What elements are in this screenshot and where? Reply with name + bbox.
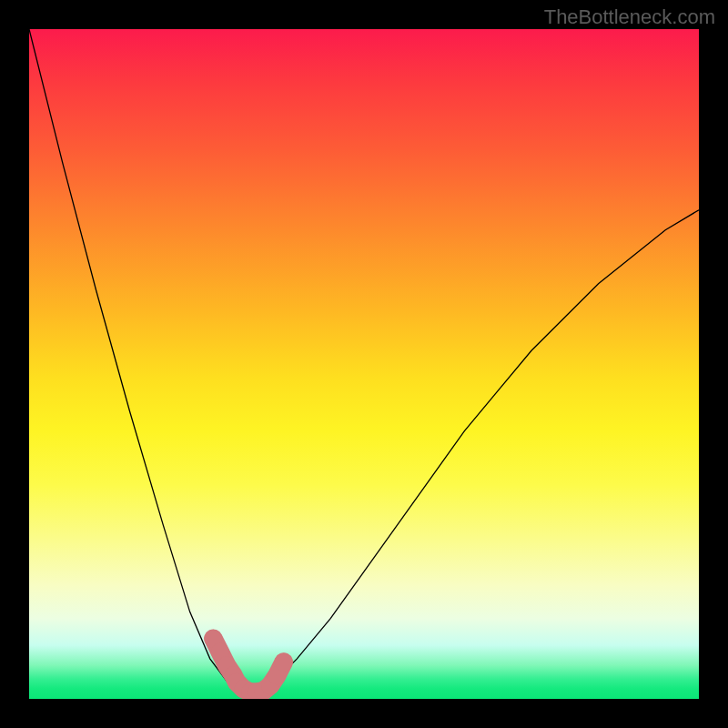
- chart-outer: TheBottleneck.com: [0, 0, 728, 728]
- optimal-range-marker: [29, 29, 699, 699]
- svg-point-11: [275, 653, 293, 672]
- plot-area: [29, 29, 699, 699]
- watermark-text: TheBottleneck.com: [544, 5, 715, 29]
